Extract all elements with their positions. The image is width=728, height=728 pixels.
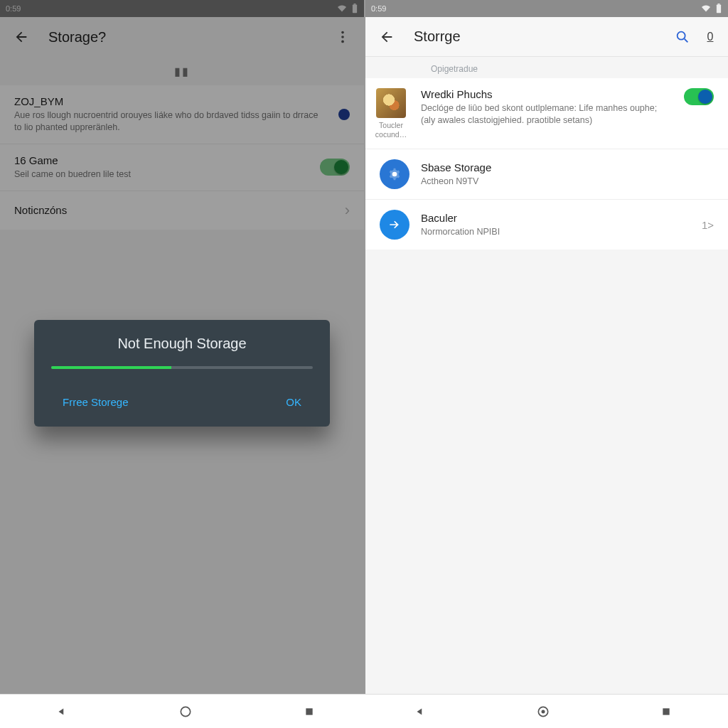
list-item-zoj[interactable]: ZOJ_BYM Aue ros llough nucroentrid orouy… bbox=[0, 85, 364, 144]
svg-point-3 bbox=[341, 36, 344, 38]
item-desc: Actheon N9TV bbox=[421, 176, 714, 188]
arrow-badge-icon bbox=[380, 210, 410, 240]
svg-rect-7 bbox=[717, 5, 721, 14]
app-bar: Storrge 0 bbox=[365, 17, 728, 57]
toggle-wredki[interactable] bbox=[684, 88, 714, 105]
svg-point-13 bbox=[541, 710, 545, 713]
free-storage-button[interactable]: Frree Storege bbox=[55, 390, 136, 414]
left-pane: 0:59 Storage? ▮▮ bbox=[0, 0, 364, 728]
gear-badge-icon bbox=[380, 159, 410, 189]
android-nav-bar bbox=[0, 694, 371, 728]
nav-home-icon[interactable] bbox=[533, 702, 553, 722]
back-button[interactable] bbox=[371, 21, 402, 53]
badge-count[interactable]: 0 bbox=[698, 21, 722, 53]
item-title: Wredki Phuchs bbox=[421, 88, 673, 100]
radio-selected-icon bbox=[338, 109, 350, 120]
svg-rect-8 bbox=[717, 4, 719, 5]
back-button[interactable] bbox=[6, 21, 37, 53]
list-item-wredki[interactable]: Toucler cocund… Wredki Phuchs Declóge de… bbox=[365, 78, 728, 149]
nav-back-icon[interactable] bbox=[410, 702, 430, 722]
not-enough-storage-dialog: Not Enough Storage Frree Storege OK bbox=[34, 320, 330, 427]
leading-caption: Toucler cocund… bbox=[375, 121, 407, 139]
status-time: 0:59 bbox=[6, 4, 21, 13]
list-item-game[interactable]: 16 Game Seil came on buedren lile test bbox=[0, 144, 364, 191]
item-title: 16 Game bbox=[14, 154, 309, 166]
app-bar: Storage? bbox=[0, 17, 364, 57]
wifi-icon bbox=[701, 4, 711, 13]
right-pane: 0:59 Storrge 0 Opigetradue bbox=[364, 0, 728, 728]
list-item-notifications[interactable]: Noticnzóns › bbox=[0, 191, 364, 230]
svg-point-4 bbox=[341, 41, 344, 43]
status-bar: 0:59 bbox=[0, 0, 364, 17]
item-title: ZOJ_BYM bbox=[14, 95, 327, 107]
trailing-text: 1> bbox=[702, 219, 714, 231]
svg-line-10 bbox=[685, 38, 688, 42]
svg-point-5 bbox=[181, 707, 190, 716]
item-desc: Seil came on buedren lile test bbox=[14, 168, 309, 181]
item-title: Noticnzóns bbox=[14, 204, 333, 216]
item-title: Baculer bbox=[421, 212, 690, 224]
svg-rect-6 bbox=[306, 708, 312, 714]
nav-back-icon[interactable] bbox=[52, 702, 72, 722]
item-desc: Normorcation NPIBI bbox=[421, 226, 690, 238]
dialog-title: Not Enough Storage bbox=[51, 336, 313, 352]
battery-icon bbox=[715, 4, 722, 14]
battery-icon bbox=[351, 4, 358, 14]
page-title: Storrge bbox=[414, 28, 667, 45]
nav-recents-icon[interactable] bbox=[656, 702, 676, 722]
svg-rect-0 bbox=[353, 5, 357, 14]
list-item-spase-storage[interactable]: Sbase Storage Actheon N9TV bbox=[365, 149, 728, 200]
nav-home-icon[interactable] bbox=[176, 702, 196, 722]
svg-rect-1 bbox=[353, 4, 355, 5]
search-button[interactable] bbox=[667, 21, 698, 53]
section-subheader: Opigetradue bbox=[365, 57, 728, 78]
page-title: Storage? bbox=[48, 29, 327, 46]
android-nav-bar bbox=[358, 694, 728, 728]
status-bar: 0:59 bbox=[365, 0, 728, 17]
status-time: 0:59 bbox=[371, 4, 386, 13]
svg-point-9 bbox=[678, 31, 685, 39]
wifi-icon bbox=[337, 4, 347, 13]
item-desc: Aue ros llough nucroentrid orouyes liáke… bbox=[14, 109, 327, 134]
storage-progress-bar bbox=[51, 366, 313, 369]
app-thumbnail-icon bbox=[376, 88, 406, 118]
pause-icon: ▮▮ bbox=[174, 65, 190, 78]
chevron-right-icon: › bbox=[345, 201, 350, 220]
settings-list: Opigetradue Toucler cocund… Wredki Phuch… bbox=[365, 57, 728, 728]
more-menu-button[interactable] bbox=[327, 21, 358, 53]
item-desc: Declóge de liûo bed skont outlplemane: L… bbox=[421, 102, 673, 127]
list-item-baculer[interactable]: Baculer Normorcation NPIBI 1> bbox=[365, 200, 728, 250]
item-title: Sbase Storage bbox=[421, 161, 714, 173]
svg-rect-14 bbox=[663, 708, 670, 714]
toggle-game[interactable] bbox=[320, 159, 350, 176]
nav-recents-icon[interactable] bbox=[299, 702, 319, 722]
ok-button[interactable]: OK bbox=[279, 390, 309, 414]
svg-point-2 bbox=[341, 31, 344, 34]
